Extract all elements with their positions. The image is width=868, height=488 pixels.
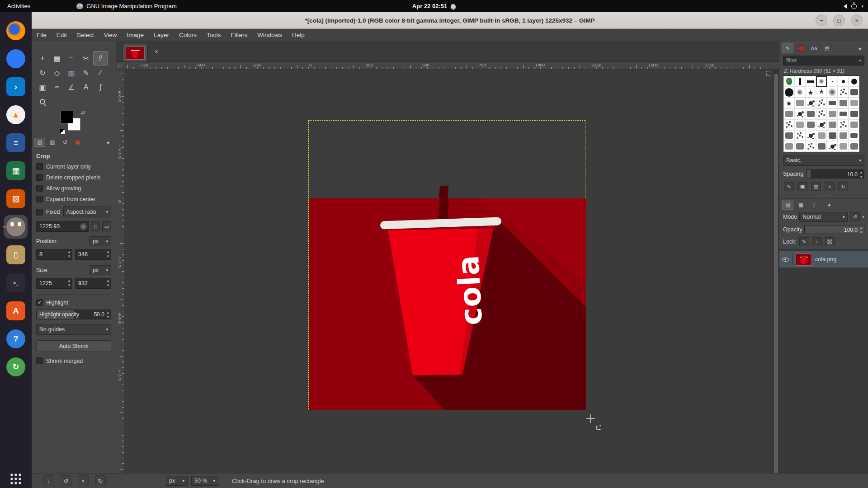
menu-filters[interactable]: Filters xyxy=(226,29,252,41)
system-status-area[interactable]: ▾ xyxy=(841,4,863,9)
dialog-tab-undo-history[interactable]: ↺ xyxy=(60,138,71,147)
dock-item-files[interactable]: ▯ xyxy=(3,241,29,269)
dock-item-help[interactable]: ? xyxy=(3,325,29,353)
chevron-down-icon[interactable]: ▾ xyxy=(862,215,864,219)
tool-zoom[interactable] xyxy=(35,94,50,109)
dialog-tab-device-status[interactable]: ▨ xyxy=(47,138,58,147)
dialog-tab-paths[interactable]: ʃ xyxy=(808,200,820,210)
portrait-orientation-button[interactable]: ▯ xyxy=(91,221,100,231)
checkbox-current-layer-only[interactable] xyxy=(36,163,43,170)
brush-30[interactable] xyxy=(805,119,816,130)
highlight-opacity-slider[interactable]: Highlight opacity 50.0 ▲▼ xyxy=(36,310,111,319)
brush-42[interactable] xyxy=(783,141,794,152)
brush-32[interactable] xyxy=(827,119,838,130)
position-unit-dropdown[interactable]: px ▾ xyxy=(90,236,111,246)
ruler-origin-button[interactable] xyxy=(116,62,124,70)
tool-warp-transform[interactable]: ◇ xyxy=(50,66,64,80)
minimize-button[interactable]: − xyxy=(816,14,827,26)
brush-36[interactable] xyxy=(794,130,805,141)
size-height-input[interactable]: 932 ▲▼ xyxy=(75,278,111,289)
clear-icon[interactable]: × xyxy=(80,223,87,230)
brush-25[interactable] xyxy=(827,108,838,119)
brush-27[interactable] xyxy=(849,108,859,119)
brush-7[interactable] xyxy=(783,87,794,98)
brush-16[interactable] xyxy=(805,98,816,108)
auto-shrink-button[interactable]: Auto Shrink xyxy=(36,340,111,352)
spacing-slider[interactable]: 10.0 ▲▼ xyxy=(806,169,864,178)
tool-clone[interactable]: ▣ xyxy=(35,80,50,94)
brush-18[interactable] xyxy=(827,98,838,108)
clock-menu[interactable]: Apr 22 02:51 xyxy=(412,3,456,9)
spinner-arrows-icon[interactable]: ▲▼ xyxy=(67,250,71,259)
brush-46[interactable] xyxy=(827,141,838,152)
brush-20[interactable] xyxy=(849,98,859,108)
menu-windows[interactable]: Windows xyxy=(252,29,287,41)
dock-item-vscode[interactable]: › xyxy=(3,73,29,101)
brush-45[interactable] xyxy=(816,141,827,152)
brush-14[interactable]: ★ xyxy=(783,98,794,108)
tool-paths[interactable]: ʃ xyxy=(93,80,108,94)
brush-35[interactable] xyxy=(783,130,794,141)
panel-drag-handle[interactable]: ∙ ∙ ∙ ∙ xyxy=(779,193,868,197)
dock-item-gimp[interactable] xyxy=(3,213,29,241)
dock-item-thunderbird[interactable] xyxy=(3,45,29,73)
delete-tool-preset-button[interactable]: × xyxy=(78,475,89,486)
swap-colors-icon[interactable]: ⇄ xyxy=(81,110,85,116)
canvas-viewport[interactable]: cola xyxy=(124,70,773,483)
restore-tool-preset-button[interactable]: ↺ xyxy=(61,475,71,486)
tool-crop[interactable]: # xyxy=(93,51,108,66)
statusbar-unit-dropdown[interactable]: px ▾ xyxy=(166,476,188,486)
position-x-input[interactable]: 8 ▲▼ xyxy=(36,249,72,260)
dialog-tab-document-history[interactable]: ▤ xyxy=(821,43,833,53)
image-tab-cola[interactable] xyxy=(123,44,148,61)
close-button[interactable]: × xyxy=(851,14,863,26)
zoom-dropdown[interactable]: 50 % ▾ xyxy=(191,476,218,486)
brush-37[interactable] xyxy=(805,130,816,141)
dock-item-trash[interactable]: ↻ xyxy=(3,353,29,381)
spinner-arrows-icon[interactable]: ▲▼ xyxy=(67,279,71,288)
brush-4[interactable] xyxy=(827,76,838,87)
maximize-button[interactable]: □ xyxy=(833,14,845,26)
brush-22[interactable] xyxy=(794,108,805,119)
visibility-eye-icon[interactable] xyxy=(782,258,789,262)
dialog-tab-tool-options[interactable]: ▧ xyxy=(34,138,45,147)
brush-38[interactable] xyxy=(816,130,827,141)
duplicate-brush-button[interactable]: ▥ xyxy=(811,182,821,191)
menu-help[interactable]: Help xyxy=(287,29,310,41)
refresh-brushes-button[interactable]: ↻ xyxy=(838,182,848,191)
dockable-menu-button[interactable]: ◂ xyxy=(102,138,113,147)
save-tool-preset-button[interactable]: ↓ xyxy=(43,475,54,486)
lock-alpha-icon[interactable] xyxy=(825,237,835,246)
tool-pencil[interactable]: ∕ xyxy=(93,66,108,80)
spinner-arrows-icon[interactable]: ▲▼ xyxy=(106,250,110,259)
brush-47[interactable] xyxy=(838,141,849,152)
spinner-arrows-icon[interactable]: ▲▼ xyxy=(859,226,863,234)
brush-0[interactable] xyxy=(783,76,794,87)
brush-23[interactable] xyxy=(805,108,816,119)
foreground-color-swatch[interactable] xyxy=(61,111,73,123)
spinner-arrows-icon[interactable]: ▲▼ xyxy=(106,310,110,319)
dialog-tab-channels[interactable]: ▦ xyxy=(795,200,807,210)
tool-gradient[interactable]: ▥ xyxy=(64,66,79,80)
dialog-tab-patterns[interactable] xyxy=(795,43,807,53)
brush-2[interactable] xyxy=(805,76,816,87)
reset-tool-options-button[interactable]: ↻ xyxy=(95,475,106,486)
dialog-tab-images[interactable]: ▣ xyxy=(72,138,83,147)
dock-item-ubuntu-software[interactable]: A xyxy=(3,297,29,325)
checkbox-delete-cropped-pixels[interactable] xyxy=(36,174,43,181)
brush-19[interactable] xyxy=(838,98,849,108)
tool-free-select[interactable]: ~ xyxy=(64,51,79,66)
brush-28[interactable] xyxy=(783,119,794,130)
highlight-checkbox[interactable]: ✓ xyxy=(36,299,43,306)
tool-alignment[interactable]: ▦ xyxy=(50,51,64,66)
brush-10[interactable]: * xyxy=(816,87,827,98)
brush-40[interactable] xyxy=(838,130,849,141)
dockable-menu-button[interactable]: ◂ xyxy=(854,43,865,53)
brush-48[interactable] xyxy=(849,141,859,152)
fixed-mode-dropdown[interactable]: Aspect ratio ▾ xyxy=(63,206,111,217)
layer-mode-dropdown[interactable]: Normal ▾ xyxy=(799,212,848,222)
lock-position-icon[interactable]: + xyxy=(812,237,822,246)
switch-mode-group-button[interactable]: ↺ xyxy=(850,212,860,221)
opacity-slider[interactable]: 100.0 ▲▼ xyxy=(804,225,864,234)
dock-item-libreoffice-impress[interactable]: ▨ xyxy=(3,185,29,213)
